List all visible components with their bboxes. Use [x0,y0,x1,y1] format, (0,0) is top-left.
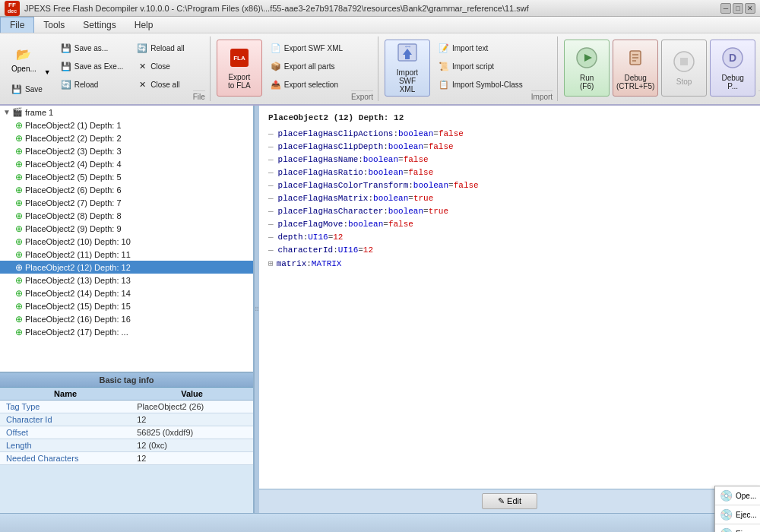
reload-all-button[interactable]: 🔄 Reload all [131,40,189,56]
tree-item-label: PlaceObject2 (16) Depth: 16 [25,315,131,324]
import-swf-xml-button[interactable]: ⟺ ImportSWF XML [385,40,430,97]
tree-item[interactable]: ⊕PlaceObject2 (5) Depth: 5 [0,170,253,183]
restore-button[interactable]: □ [733,3,743,14]
save-button[interactable]: 💾 Save [6,81,52,97]
menu-help[interactable]: Help [125,17,163,33]
content-area: PlaceObject2 (12) Depth: 12 — placeFlagH… [259,106,760,489]
side-popup-item[interactable]: 💿Ope... [715,486,760,505]
import-symbol-class-button[interactable]: 📋 Import Symbol-Class [433,76,528,93]
open-save-col: 📂 Open... ▼ 💾 Save [6,40,52,97]
save-as-exe-icon: 💾 [61,61,71,71]
prop-eq: = [423,141,429,154]
tree-item[interactable]: ⊕PlaceObject2 (9) Depth: 9 [0,222,253,235]
tree-item[interactable]: ⊕PlaceObject2 (2) Depth: 2 [0,131,253,144]
side-popup-item[interactable]: 💿Ejec... [715,524,760,532]
debug-p-button[interactable]: D Debug P... [710,40,755,97]
prop-sep: : [383,205,388,218]
object-icon: ⊕ [15,288,23,299]
title-text: JPEXS Free Flash Decompiler v.10.0.0 - C… [24,4,529,13]
import-text-button[interactable]: 📝 Import text [433,40,528,56]
edit-button[interactable]: ✎ Edit [482,493,537,509]
import-swf-xml-icon: ⟺ [397,43,418,67]
stop-button[interactable]: Stop [661,40,707,97]
export-swf-xml-button[interactable]: 📄 Export SWF XML [265,40,348,56]
open-button[interactable]: 📂 Open... [6,40,42,79]
info-row-value: 12 [131,413,253,426]
tree-item[interactable]: ⊕PlaceObject2 (10) Depth: 10 [0,235,253,248]
prop-value: false [439,128,464,141]
debug-button[interactable]: Debug(CTRL+F5) [613,40,658,97]
close-icon-tb: ✕ [137,61,147,71]
tree-item[interactable]: ⊕PlaceObject2 (16) Depth: 16 [0,312,253,325]
import-swf-xml-label: ImportSWF XML [391,68,423,93]
prop-name: placeFlagHasRatio [278,166,363,179]
export-all-parts-icon: 📦 [271,61,281,71]
prop-type: MATRIX [312,258,342,271]
object-icon: ⊕ [15,172,23,182]
expand-icon[interactable]: ⊞ [268,258,274,271]
tree-item-label: PlaceObject2 (15) Depth: 15 [25,302,131,311]
object-icon: ⊕ [15,185,23,195]
prop-sep: : [393,128,398,141]
tree-item[interactable]: ⊕PlaceObject2 (13) Depth: 13 [0,274,253,287]
object-icon: ⊕ [15,211,23,221]
info-row: Offset56825 (0xddf9) [0,426,253,439]
dash-icon: — [268,244,274,257]
property-row: — placeFlagHasColorTransform : boolean =… [268,179,751,192]
tree-item[interactable]: ⊕PlaceObject2 (12) Depth: 12 [0,261,253,274]
export-to-fla-button[interactable]: FLA Exportto FLA [217,40,262,97]
dash-icon: — [268,166,274,179]
menu-tools[interactable]: Tools [34,17,74,33]
prop-sep: : [306,258,312,271]
import-script-button[interactable]: 📜 Import script [433,58,528,74]
export-selection-button[interactable]: 📤 Export selection [265,76,348,93]
tree-item[interactable]: ⊕PlaceObject2 (7) Depth: 7 [0,196,253,209]
property-row: — placeFlagHasClipActions : boolean = fa… [268,128,751,141]
reload-button[interactable]: 🔄 Reload [55,76,128,93]
info-row-name: Character Id [0,413,131,426]
side-popup-item[interactable]: 💿Ejec... [715,505,760,524]
app-logo: FFdec [5,1,20,16]
tree-item[interactable]: ⊕PlaceObject2 (17) Depth: ... [0,325,253,338]
side-popup-label: Ope... [736,492,756,500]
tree-item[interactable]: ⊕PlaceObject2 (15) Depth: 15 [0,299,253,312]
close-all-button[interactable]: ✕ Close all [131,76,189,93]
object-icon: ⊕ [15,314,23,325]
prop-eq: = [383,218,388,231]
title-bar-left: FFdec JPEXS Free Flash Decompiler v.10.0… [5,1,529,16]
tree-item-label: PlaceObject2 (4) Depth: 4 [25,160,122,169]
tree-item[interactable]: ▼🎬frame 1 [0,106,253,119]
export-all-parts-button[interactable]: 📦 Export all parts [265,58,348,74]
prop-sep: : [383,141,388,154]
save-as-button[interactable]: 💾 Save as... [55,40,128,56]
menu-file[interactable]: File [0,17,34,33]
minimize-button[interactable]: ─ [720,3,731,14]
save-as-exe-button[interactable]: 💾 Save as Exe... [55,58,128,74]
tree-item[interactable]: ⊕PlaceObject2 (6) Depth: 6 [0,183,253,196]
tree-item[interactable]: ⊕PlaceObject2 (4) Depth: 4 [0,157,253,170]
tree-item[interactable]: ⊕PlaceObject2 (8) Depth: 8 [0,209,253,222]
close-button[interactable]: ✕ [745,3,755,14]
export-section-label: Export [351,90,373,101]
prop-value: 12 [333,231,343,244]
info-row: Character Id12 [0,413,253,426]
tree-panel[interactable]: ▼🎬frame 1⊕PlaceObject2 (1) Depth: 1⊕Plac… [0,106,253,372]
open-dropdown-arrow[interactable]: ▼ [43,40,52,79]
tree-item[interactable]: ⊕PlaceObject2 (14) Depth: 14 [0,287,253,299]
tree-item[interactable]: ⊕PlaceObject2 (3) Depth: 3 [0,144,253,157]
prop-type: boolean [388,141,423,154]
prop-eq: = [404,166,409,179]
tree-item[interactable]: ⊕PlaceObject2 (11) Depth: 11 [0,248,253,261]
prop-eq: = [433,128,439,141]
menu-settings[interactable]: Settings [74,17,125,33]
run-button[interactable]: Run(F6) [564,40,610,97]
debug-icon [624,46,647,72]
close-button-tb[interactable]: ✕ Close [131,58,189,74]
dash-icon: — [268,205,274,218]
tree-expand-icon[interactable]: ▼ [3,108,11,116]
info-row-name: Length [0,439,131,452]
tree-item[interactable]: ⊕PlaceObject2 (1) Depth: 1 [0,119,253,131]
debug-p-icon: D [721,46,744,72]
title-bar-controls[interactable]: ─ □ ✕ [720,3,755,14]
main-area: ▼🎬frame 1⊕PlaceObject2 (1) Depth: 1⊕Plac… [0,106,760,513]
